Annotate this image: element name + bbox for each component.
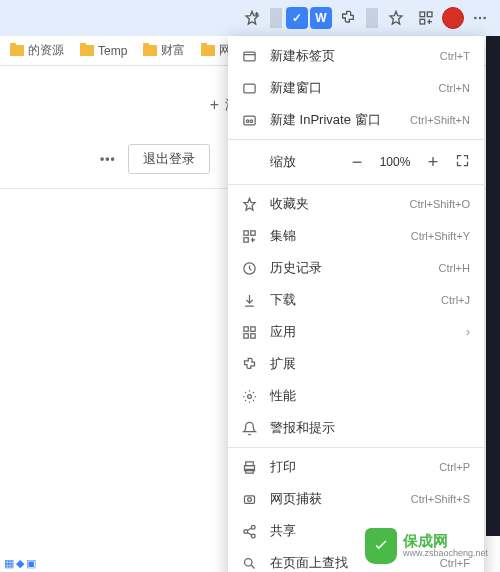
svg-rect-30 [244, 495, 254, 503]
svg-rect-16 [243, 230, 247, 234]
menu-label: 新建窗口 [270, 79, 427, 97]
menu-extensions[interactable]: 扩展 [228, 348, 484, 380]
bookmark-item[interactable]: 的资源 [4, 40, 70, 61]
taskbar-icon[interactable]: ▣ [26, 557, 36, 570]
svg-point-14 [246, 119, 249, 122]
bookmark-label: 的资源 [28, 42, 64, 59]
menu-new-tab[interactable]: 新建标签页 Ctrl+T [228, 40, 484, 72]
more-context-menu: 新建标签页 Ctrl+T 新建窗口 Ctrl+N 新建 InPrivate 窗口… [228, 36, 484, 572]
capture-icon [240, 490, 258, 508]
bell-icon [240, 419, 258, 437]
bookmark-label: Temp [98, 44, 127, 58]
apps-icon [240, 323, 258, 341]
profile-avatar[interactable] [442, 7, 464, 29]
menu-shortcut: Ctrl+T [440, 50, 470, 62]
svg-point-33 [243, 529, 247, 533]
extensions-icon[interactable] [334, 4, 362, 32]
fullscreen-button[interactable] [455, 153, 470, 171]
chevron-right-icon: › [466, 325, 470, 339]
svg-rect-12 [243, 84, 254, 93]
svg-rect-23 [250, 326, 254, 330]
menu-label: 性能 [270, 387, 470, 405]
logout-button[interactable]: 退出登录 [128, 144, 210, 174]
menu-downloads[interactable]: 下载 Ctrl+J [228, 284, 484, 316]
plus-icon: + [210, 96, 219, 114]
favorites-icon[interactable] [382, 4, 410, 32]
menu-performance[interactable]: 性能 [228, 380, 484, 412]
watermark-url: www.zsbaocheng.net [403, 549, 488, 559]
performance-icon [240, 387, 258, 405]
menu-label: 新建 InPrivate 窗口 [270, 111, 398, 129]
star-add-icon[interactable] [238, 4, 266, 32]
svg-rect-10 [243, 52, 254, 61]
svg-point-26 [247, 394, 251, 398]
collections-icon[interactable] [412, 4, 440, 32]
svg-line-38 [251, 565, 254, 568]
menu-label: 收藏夹 [270, 195, 397, 213]
svg-point-8 [479, 17, 481, 19]
folder-icon [80, 45, 94, 56]
menu-new-window[interactable]: 新建窗口 Ctrl+N [228, 72, 484, 104]
watermark: 保成网 www.zsbaocheng.net [365, 528, 488, 564]
menu-label: 应用 [270, 323, 454, 341]
menu-label: 下载 [270, 291, 429, 309]
svg-rect-13 [243, 116, 254, 125]
menu-shortcut: Ctrl+Shift+Y [411, 230, 470, 242]
workspace-badge-icon[interactable]: W [310, 7, 332, 29]
svg-rect-25 [250, 333, 254, 337]
menu-label: 打印 [270, 458, 427, 476]
svg-rect-18 [243, 237, 247, 241]
taskbar-icon[interactable]: ◆ [16, 557, 24, 570]
svg-rect-3 [427, 12, 432, 17]
more-menu-button[interactable] [466, 4, 494, 32]
svg-line-35 [247, 528, 251, 531]
svg-rect-22 [243, 326, 247, 330]
menu-shortcut: Ctrl+H [439, 262, 470, 274]
menu-label: 集锦 [270, 227, 399, 245]
menu-label: 网页捕获 [270, 490, 399, 508]
menu-separator [228, 184, 484, 185]
menu-collections[interactable]: 集锦 Ctrl+Shift+Y [228, 220, 484, 252]
svg-rect-17 [250, 230, 254, 234]
menu-shortcut: Ctrl+J [441, 294, 470, 306]
bookmark-label: 财富 [161, 42, 185, 59]
new-window-icon [240, 79, 258, 97]
new-tab-icon [240, 47, 258, 65]
menu-history[interactable]: 历史记录 Ctrl+H [228, 252, 484, 284]
svg-rect-4 [420, 19, 425, 24]
menu-capture[interactable]: 网页捕获 Ctrl+Shift+S [228, 483, 484, 515]
folder-icon [201, 45, 215, 56]
shield-icon [365, 528, 397, 564]
favorites-icon [240, 195, 258, 213]
menu-shortcut: Ctrl+Shift+S [411, 493, 470, 505]
taskbar-icon[interactable]: ▦ [4, 557, 14, 570]
bookmark-item[interactable]: 财富 [137, 40, 191, 61]
bookmark-item[interactable]: Temp [74, 42, 133, 60]
share-icon [240, 522, 258, 540]
watermark-title: 保成网 [403, 533, 488, 550]
menu-print[interactable]: 打印 Ctrl+P [228, 451, 484, 483]
task-badge-icon[interactable]: ✓ [286, 7, 308, 29]
menu-alerts[interactable]: 警报和提示 [228, 412, 484, 444]
zoom-label: 缩放 [270, 153, 339, 171]
menu-label: 扩展 [270, 355, 470, 373]
svg-point-37 [244, 558, 252, 566]
inprivate-icon [240, 111, 258, 129]
menu-favorites[interactable]: 收藏夹 Ctrl+Shift+O [228, 188, 484, 220]
menu-separator [228, 447, 484, 448]
zoom-out-button[interactable]: − [345, 150, 369, 174]
svg-point-15 [250, 119, 253, 122]
menu-shortcut: Ctrl+N [439, 82, 470, 94]
zoom-in-button[interactable]: + [421, 150, 445, 174]
svg-point-9 [483, 17, 485, 19]
menu-label: 新建标签页 [270, 47, 428, 65]
menu-apps[interactable]: 应用 › [228, 316, 484, 348]
svg-point-7 [474, 17, 476, 19]
menu-zoom: 缩放 − 100% + [228, 143, 484, 181]
history-icon [240, 259, 258, 277]
menu-separator [228, 139, 484, 140]
zoom-percent: 100% [375, 155, 415, 169]
more-dots-button[interactable]: ••• [100, 152, 116, 166]
menu-new-inprivate[interactable]: 新建 InPrivate 窗口 Ctrl+Shift+N [228, 104, 484, 136]
find-icon [240, 554, 258, 572]
